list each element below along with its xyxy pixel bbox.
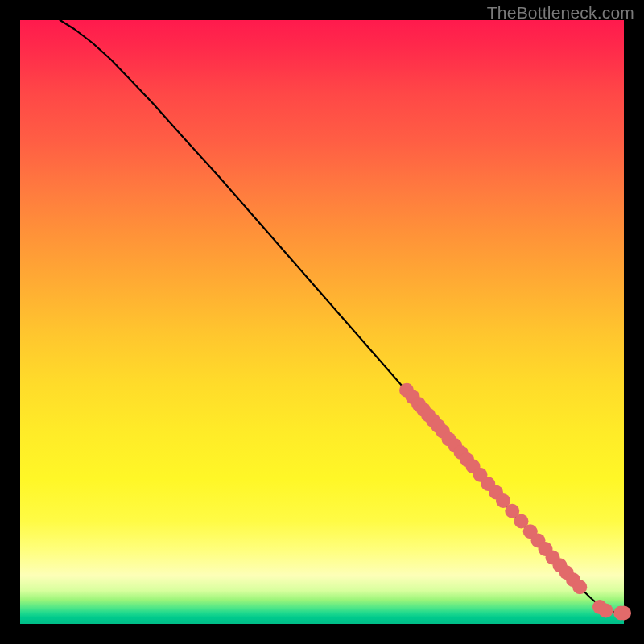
outer-frame: TheBottleneck.com (0, 0, 644, 644)
chart-overlay (20, 20, 624, 624)
marker-dot (599, 604, 613, 618)
marker-dot (572, 580, 587, 594)
watermark-text: TheBottleneck.com (487, 3, 634, 23)
highlighted-markers (399, 383, 631, 621)
curve-line (60, 20, 625, 613)
marker-dot (617, 606, 631, 621)
